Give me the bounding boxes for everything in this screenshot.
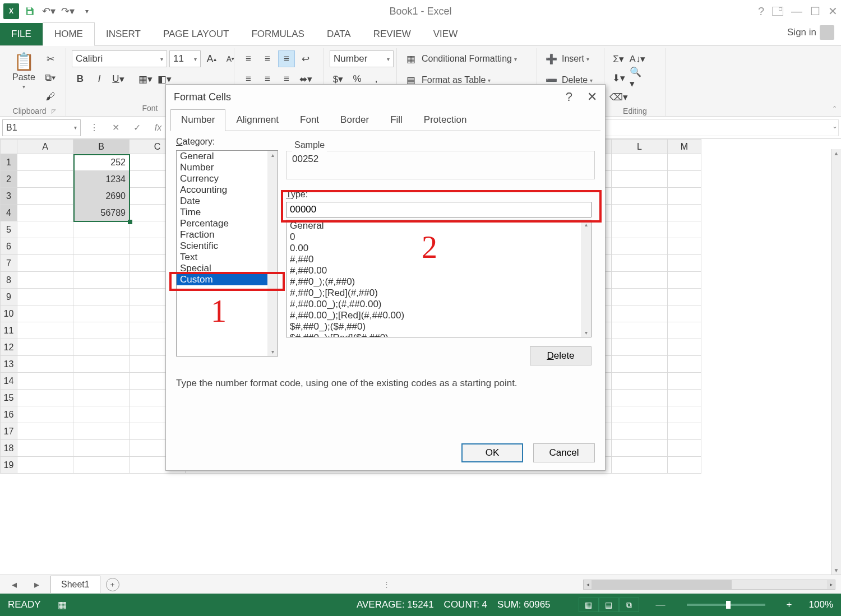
row-11[interactable]: 11 (1, 322, 17, 339)
cell-A15[interactable] (17, 390, 73, 406)
cell-B2[interactable]: 1234 (73, 171, 130, 188)
row-4[interactable]: 4 (1, 205, 17, 221)
row-16[interactable]: 16 (1, 406, 17, 423)
col-M[interactable]: M (668, 140, 701, 154)
cell-B6[interactable] (73, 238, 130, 255)
type-input[interactable] (286, 202, 592, 217)
cell-M17[interactable] (668, 423, 701, 440)
cell-M18[interactable] (668, 440, 701, 457)
cancel-button[interactable]: Cancel (533, 443, 595, 462)
cell-A3[interactable] (17, 188, 73, 205)
category-currency[interactable]: Currency (177, 173, 278, 184)
dialog-help-icon[interactable]: ? (566, 90, 572, 104)
cancel-fx[interactable]: ✕ (108, 120, 123, 136)
macro-icon[interactable]: ▦ (58, 599, 67, 611)
vertical-scrollbar[interactable]: ▲▼ (831, 149, 841, 575)
font-name-combo[interactable]: Calibri▾ (72, 50, 167, 67)
cell-M13[interactable] (668, 356, 701, 373)
close-icon[interactable]: ✕ (828, 4, 838, 18)
cell-M6[interactable] (668, 238, 701, 255)
cell-L13[interactable] (612, 356, 668, 373)
qat-save[interactable] (21, 3, 38, 20)
category-custom[interactable]: Custom (177, 274, 278, 285)
tab-page-layout[interactable]: PAGE LAYOUT (152, 23, 240, 45)
new-sheet-button[interactable]: ＋ (106, 578, 119, 591)
wrap-text[interactable]: ↩ (297, 50, 314, 67)
cell-B15[interactable] (73, 390, 130, 406)
cell-A12[interactable] (17, 339, 73, 356)
align-middle[interactable]: ≡ (259, 50, 276, 67)
copy-button[interactable]: ⧉▾ (42, 70, 59, 86)
qat-undo[interactable]: ↶▾ (40, 3, 57, 20)
cell-M11[interactable] (668, 322, 701, 339)
dlg-tab-alignment[interactable]: Alignment (225, 109, 289, 131)
cell-B16[interactable] (73, 406, 130, 423)
type-option-7[interactable]: #,##0.00_);(#,##0.00) (287, 299, 591, 310)
view-normal[interactable]: ▦ (579, 598, 599, 612)
qat-customize[interactable]: ▾ (78, 3, 95, 20)
fill-button[interactable]: ⬇▾ (610, 70, 627, 86)
view-page-break[interactable]: ⧉ (619, 598, 639, 612)
cell-B1[interactable]: 252 (73, 154, 130, 171)
tab-file[interactable]: FILE (0, 23, 43, 45)
cell-A10[interactable] (17, 305, 73, 322)
qat-redo[interactable]: ↷▾ (59, 3, 76, 20)
col-L[interactable]: L (612, 140, 668, 154)
row-13[interactable]: 13 (1, 356, 17, 373)
cell-A8[interactable] (17, 272, 73, 289)
zoom-out[interactable]: — (656, 599, 666, 610)
font-size-combo[interactable]: 11▾ (169, 50, 201, 67)
bold-button[interactable]: B (72, 71, 89, 87)
cell-L16[interactable] (612, 406, 668, 423)
row-6[interactable]: 6 (1, 238, 17, 255)
autosum[interactable]: Σ▾ (610, 50, 627, 67)
cell-L18[interactable] (612, 440, 668, 457)
cell-M14[interactable] (668, 373, 701, 390)
type-option-8[interactable]: #,##0.00_);[Red](#,##0.00) (287, 310, 591, 321)
cell-M1[interactable] (668, 154, 701, 171)
cell-L11[interactable] (612, 322, 668, 339)
cell-M10[interactable] (668, 305, 701, 322)
cut-button[interactable]: ✂ (42, 50, 59, 67)
delete-format-button[interactable]: Delete (530, 346, 592, 365)
enter-fx[interactable]: ✓ (129, 120, 145, 136)
row-7[interactable]: 7 (1, 255, 17, 272)
category-number[interactable]: Number (177, 162, 278, 173)
cell-M2[interactable] (668, 171, 701, 188)
row-14[interactable]: 14 (1, 373, 17, 390)
cell-L15[interactable] (612, 390, 668, 406)
row-15[interactable]: 15 (1, 390, 17, 406)
cell-B12[interactable] (73, 339, 130, 356)
cell-M9[interactable] (668, 289, 701, 305)
sort-filter[interactable]: A↓▾ (629, 50, 646, 67)
cell-M4[interactable] (668, 205, 701, 221)
cell-L1[interactable] (612, 154, 668, 171)
row-19[interactable]: 19 (1, 457, 17, 474)
row-1[interactable]: 1 (1, 154, 17, 171)
cell-A18[interactable] (17, 440, 73, 457)
type-option-0[interactable]: General (287, 220, 591, 231)
type-list[interactable]: General00.00#,##0#,##0.00#,##0_);(#,##0)… (286, 220, 592, 337)
minimize-icon[interactable]: — (791, 5, 802, 18)
type-option-5[interactable]: #,##0_);(#,##0) (287, 276, 591, 288)
align-bottom[interactable]: ≡ (278, 50, 295, 67)
cell-M3[interactable] (668, 188, 701, 205)
increase-font[interactable]: A▴ (203, 50, 220, 67)
cell-B7[interactable] (73, 255, 130, 272)
category-general[interactable]: General (177, 151, 278, 162)
tab-formulas[interactable]: FORMULAS (240, 23, 315, 45)
cell-L8[interactable] (612, 272, 668, 289)
cell-M19[interactable] (668, 457, 701, 474)
help-icon[interactable]: ? (758, 5, 764, 18)
category-date[interactable]: Date (177, 196, 278, 207)
maximize-icon[interactable]: ☐ (810, 4, 820, 18)
category-text[interactable]: Text (177, 252, 278, 263)
borders-button[interactable]: ▦▾ (137, 71, 154, 87)
italic-button[interactable]: I (91, 71, 108, 87)
cell-L5[interactable] (612, 221, 668, 238)
cell-A9[interactable] (17, 289, 73, 305)
cell-B13[interactable] (73, 356, 130, 373)
name-box[interactable]: B1▾ (2, 119, 81, 136)
type-option-4[interactable]: #,##0.00 (287, 265, 591, 276)
cell-M8[interactable] (668, 272, 701, 289)
